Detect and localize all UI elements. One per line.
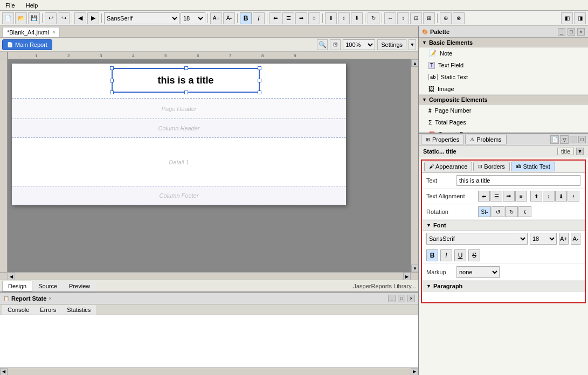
vscroll-down-btn[interactable]: ▼	[411, 265, 418, 272]
palette-min-btn[interactable]: _	[558, 28, 565, 36]
appearance-tab[interactable]: 🖌 Appearance	[424, 162, 472, 171]
rotate-btn[interactable]: ↻	[368, 12, 379, 24]
font-family-select[interactable]: SansSerif	[104, 12, 179, 24]
align-right-prop-btn[interactable]: ⮕	[503, 191, 515, 202]
props-max-btn[interactable]: □	[578, 136, 586, 143]
problems-tab[interactable]: ⚠ Problems	[465, 135, 506, 144]
rotation-cw-btn[interactable]: ⤹	[518, 206, 531, 217]
font-family-prop-select[interactable]: SansSerif	[426, 233, 528, 245]
props-min-btn[interactable]: _	[570, 136, 577, 143]
palette-textfield-item[interactable]: T Text Field	[419, 59, 588, 71]
bottom-hscroll-right[interactable]: ▶	[411, 368, 418, 376]
basic-elements-triangle[interactable]: ▼	[422, 40, 427, 45]
file-tab[interactable]: *Blank_A4.jrxml ×	[2, 27, 60, 37]
main-report-tab[interactable]: 📄 Main Report	[2, 39, 52, 50]
toolbar-open[interactable]: 📂	[15, 12, 27, 24]
bold-btn[interactable]: B	[240, 12, 252, 24]
font-increase-btn[interactable]: A+	[210, 12, 222, 24]
font-size-prop-select[interactable]: 18	[530, 233, 557, 245]
report-state-min-btn[interactable]: _	[388, 295, 396, 302]
file-tab-close-icon[interactable]: ×	[52, 29, 56, 35]
menu-file[interactable]: File	[3, 1, 17, 10]
zoom-select[interactable]: 100%	[343, 39, 375, 50]
props-new-btn[interactable]: 📄	[550, 135, 559, 144]
toolbar-back[interactable]: ◀	[74, 12, 86, 24]
toolbar-extra1[interactable]: ◧	[561, 12, 573, 24]
toolbar-save[interactable]: 💾	[28, 12, 40, 24]
valign-bot-btn[interactable]: ⬇	[351, 12, 363, 24]
valign-bot-prop-btn[interactable]: ⬇	[555, 191, 567, 202]
center-v-btn[interactable]: ⊞	[423, 12, 435, 24]
console-tab[interactable]: Console	[2, 305, 34, 315]
vscroll-up-btn[interactable]: ▲	[411, 59, 418, 67]
align-left-prop-btn[interactable]: ⬅	[478, 191, 490, 202]
align-right-btn[interactable]: ➡	[295, 12, 307, 24]
font-decrease-btn[interactable]: A-	[223, 12, 235, 24]
toolbar-new[interactable]: 📄	[2, 12, 14, 24]
palette-statictext-item[interactable]: ab Static Text	[419, 71, 588, 83]
palette-close-btn[interactable]: ×	[577, 28, 585, 36]
font-size-incr-btn[interactable]: A+	[559, 233, 569, 245]
selected-element[interactable]: this is a title	[112, 68, 260, 93]
center-h-btn[interactable]: ⊡	[410, 12, 422, 24]
report-state-max-btn[interactable]: □	[398, 295, 405, 302]
palette-max-btn[interactable]: □	[568, 28, 575, 36]
settings-btn[interactable]: Settings	[377, 39, 406, 50]
toolbar-extra2[interactable]: ◨	[574, 12, 586, 24]
hscroll-left-btn[interactable]: ◀	[8, 273, 15, 280]
bottom-hscroll-left[interactable]: ◀	[0, 368, 8, 376]
properties-tab[interactable]: ⊞ Properties	[421, 135, 464, 144]
palette-image-item[interactable]: 🖼 Image	[419, 83, 588, 95]
preview-tab[interactable]: Preview	[63, 281, 96, 291]
font-size-decr-btn[interactable]: A-	[571, 233, 580, 245]
font-size-select[interactable]: 18	[181, 12, 205, 24]
toolbar-redo[interactable]: ↪	[58, 12, 70, 24]
toolbar-forward[interactable]: ▶	[87, 12, 99, 24]
palette-currentdate-item[interactable]: 📅 Current Date	[419, 128, 588, 133]
valign-mid-prop-btn[interactable]: ↕	[543, 191, 555, 202]
rotation-ccw-btn[interactable]: ↺	[492, 206, 504, 217]
rotation-none-btn[interactable]: St-	[478, 206, 491, 217]
valign-just-prop-btn[interactable]: ⫶	[568, 191, 579, 202]
palette-totalpages-item[interactable]: Σ Total Pages	[419, 116, 588, 128]
valign-top-prop-btn[interactable]: ⬆	[530, 191, 542, 202]
statistics-tab[interactable]: Statistics	[61, 305, 96, 315]
composite-elements-triangle[interactable]: ▼	[422, 97, 427, 102]
spacing-h-btn[interactable]: ↔	[384, 12, 396, 24]
align-left-btn[interactable]: ⬅	[269, 12, 281, 24]
align-justify-btn[interactable]: ≡	[308, 12, 320, 24]
menu-help[interactable]: Help	[24, 1, 40, 10]
zoom-out-btn[interactable]: 🔍	[317, 39, 328, 50]
italic-btn[interactable]: I	[253, 12, 265, 24]
hscroll-right-btn[interactable]: ▶	[403, 273, 411, 280]
zoom-fit-btn[interactable]: ⊡	[330, 39, 341, 50]
spacing-v-btn[interactable]: ↕	[397, 12, 409, 24]
palette-note-item[interactable]: 📝 Note	[419, 47, 588, 59]
align-justify-prop-btn[interactable]: ≡	[515, 191, 527, 202]
font-section-triangle[interactable]: ▼	[426, 223, 431, 228]
align-center-prop-btn[interactable]: ☰	[490, 191, 502, 202]
font-italic-prop-btn[interactable]: I	[440, 249, 452, 261]
toolbar-undo[interactable]: ↩	[45, 12, 57, 24]
text-input[interactable]	[456, 175, 580, 186]
font-bold-prop-btn[interactable]: B	[426, 249, 438, 261]
misc1-btn[interactable]: ⊕	[440, 12, 452, 24]
valign-mid-btn[interactable]: ↕	[338, 12, 350, 24]
borders-tab[interactable]: ⊡ Borders	[473, 162, 510, 171]
static-text-prop-tab[interactable]: ab Static Text	[511, 162, 555, 171]
rotation-flip-btn[interactable]: ↻	[505, 206, 518, 217]
misc2-btn[interactable]: ⊗	[453, 12, 465, 24]
source-tab[interactable]: Source	[32, 281, 63, 291]
settings-dropdown-btn[interactable]: ▼	[409, 39, 416, 50]
paragraph-section-triangle[interactable]: ▼	[426, 283, 431, 289]
font-strike-prop-btn[interactable]: S	[468, 249, 480, 261]
report-state-close-btn[interactable]: ×	[407, 295, 415, 302]
align-center-btn[interactable]: ☰	[282, 12, 294, 24]
props-title-expand[interactable]: ▼	[576, 148, 584, 155]
markup-select[interactable]: none html styled	[456, 266, 500, 278]
props-expand-btn[interactable]: ▽	[560, 135, 569, 144]
palette-pagenumber-item[interactable]: # Page Number	[419, 105, 588, 116]
font-underline-prop-btn[interactable]: U	[454, 249, 466, 261]
valign-top-btn[interactable]: ⬆	[325, 12, 337, 24]
design-tab[interactable]: Design	[2, 281, 32, 291]
